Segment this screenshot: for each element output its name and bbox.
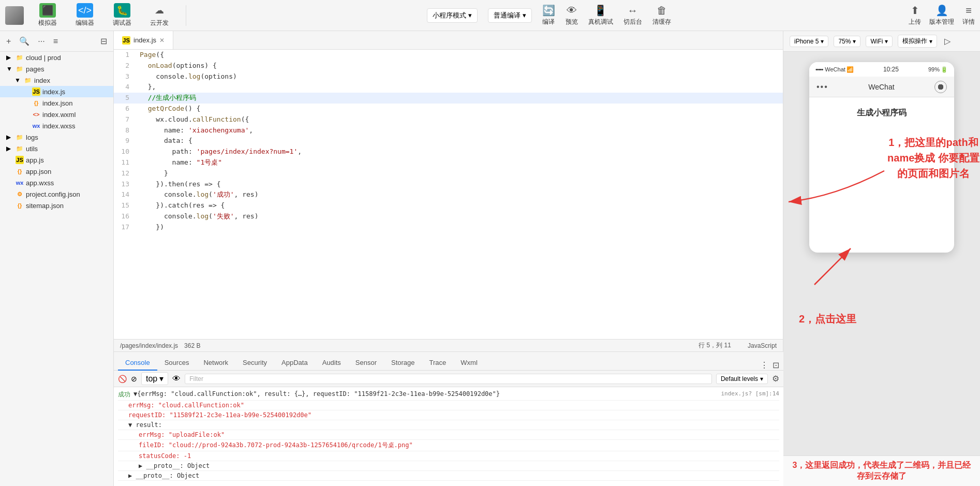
console-line-2: errMsg: "cloud.callFunction:ok"	[118, 401, 779, 410]
main-area: + 🔍 ··· ≡ ⊟ ▶ 📁 cloud | prod ▼ 📁 pages	[0, 31, 980, 486]
wifi-select[interactable]: WiFi ▾	[866, 36, 893, 47]
editor-label: 编辑器	[76, 19, 94, 27]
code-line-1: 1 Page({	[114, 50, 783, 61]
code-line-17: 17 })	[114, 222, 783, 233]
statusbar-size: 362 B	[184, 342, 200, 349]
code-line-12: 12 }	[114, 168, 783, 179]
sidebar-item-app-json[interactable]: {} app.json	[0, 166, 113, 177]
sidebar-item-index-wxss[interactable]: wx index.wxss	[0, 120, 113, 131]
devtools-tab-sources[interactable]: Sources	[157, 356, 197, 371]
console-settings-button[interactable]: ⚙	[772, 374, 779, 384]
editor-tab-index-js[interactable]: JS index.js ✕	[114, 31, 173, 49]
sidebar-item-app-wxss[interactable]: wx app.wxss	[0, 177, 113, 188]
console-line-5: errMsg: "uploadFile:ok"	[118, 430, 779, 440]
code-editor[interactable]: 1 Page({ 2 onLoad(options) { 3 console.l…	[114, 50, 783, 339]
console-clear-button[interactable]: 🚫	[118, 375, 127, 383]
devtools-tab-network[interactable]: Network	[196, 356, 235, 371]
editor-button[interactable]: </> 编辑器	[71, 1, 98, 30]
preview-button[interactable]: 👁 预览	[566, 5, 578, 26]
sidebar-item-utils[interactable]: ▶ 📁 utils	[0, 143, 113, 154]
zoom-select[interactable]: 75% ▾	[834, 36, 860, 47]
editor-statusbar: /pages/index/index.js 362 B 行 5，列 11 Jav…	[114, 339, 783, 351]
devtools-tab-console[interactable]: Console	[118, 356, 157, 371]
sidebar-item-sitemap[interactable]: {} sitemap.json	[0, 200, 113, 211]
filter-button[interactable]: ≡	[51, 36, 60, 47]
upload-button[interactable]: ⬆ 上传	[909, 4, 921, 26]
utils-folder-icon: 📁	[16, 144, 24, 153]
console-line-6: fileID: "cloud://prod-924a3b.7072-prod-9…	[118, 440, 779, 451]
context-selector[interactable]: top ▾	[141, 372, 168, 385]
cloud-button[interactable]: ☁ 云开发	[146, 1, 173, 30]
console-eye-button[interactable]: 👁	[172, 374, 181, 384]
editor-tabs: JS index.js ✕	[114, 31, 783, 50]
backend-button[interactable]: ↔ 切后台	[623, 5, 642, 26]
more-button[interactable]: ···	[36, 36, 47, 47]
devtools-tab-trace[interactable]: Trace	[422, 356, 454, 371]
user-avatar[interactable]	[5, 6, 24, 25]
realtest-btn-label: 真机调试	[588, 18, 613, 26]
index-folder-icon: 📁	[24, 76, 32, 84]
tab-close-button[interactable]: ✕	[159, 37, 165, 44]
filter-placeholder: Filter	[189, 375, 203, 382]
console-block-button[interactable]: ⊘	[131, 375, 137, 383]
sidebar-item-pages[interactable]: ▼ 📁 pages	[0, 63, 113, 75]
wifi-chevron: ▾	[885, 38, 888, 45]
phone-battery: 99% 🔋	[928, 66, 948, 73]
sidebar-item-index-json[interactable]: {} index.json	[0, 97, 113, 109]
devtools-more-button[interactable]: ⋮	[760, 360, 768, 370]
simulator-button[interactable]: ⬛ 模拟器	[34, 1, 61, 30]
sidebar-item-index-wxml[interactable]: <> index.wxml	[0, 109, 113, 120]
index-wxss-label: index.wxss	[42, 122, 76, 130]
devtools-tab-security[interactable]: Security	[235, 356, 274, 371]
levels-select[interactable]: Default levels ▾	[716, 374, 768, 384]
pages-folder-icon: 📁	[16, 65, 24, 73]
compile-button[interactable]: 🔄 编译	[542, 4, 555, 26]
debugger-button[interactable]: 🐛 调试器	[109, 1, 136, 30]
phone-nav-title: WeChat	[828, 83, 934, 91]
console-line-9-text: ▶ __proto__: Object	[128, 472, 199, 479]
app-js-icon: JS	[16, 156, 24, 164]
add-file-button[interactable]: +	[4, 36, 13, 47]
console-line-1-link[interactable]: index.js? [sm]:14	[721, 390, 779, 397]
sidebar-item-logs[interactable]: ▶ 📁 logs	[0, 131, 113, 143]
device-select[interactable]: iPhone 5 ▾	[790, 36, 828, 47]
detail-icon: ≡	[966, 5, 972, 17]
devtools-dock-button[interactable]: ⊡	[773, 360, 779, 370]
collapse-button[interactable]: ⊟	[98, 35, 109, 47]
devtools-tab-wxml[interactable]: Wxml	[453, 356, 485, 371]
mode-select[interactable]: 小程序模式 ▾	[427, 8, 478, 23]
devtools-tab-storage[interactable]: Storage	[384, 356, 422, 371]
console-filter-input[interactable]: Filter	[185, 374, 712, 384]
search-button[interactable]: 🔍	[17, 35, 32, 47]
phone-nav-record-btn[interactable]: ⏺	[934, 81, 947, 93]
sidebar: + 🔍 ··· ≡ ⊟ ▶ 📁 cloud | prod ▼ 📁 pages	[0, 31, 114, 486]
clearcache-button[interactable]: 🗑 清缓存	[652, 5, 671, 26]
phone-nav-dots[interactable]: •••	[816, 82, 828, 92]
compile-select[interactable]: 普通编译 ▾	[488, 8, 532, 23]
phone-wechat-label: WeChat	[825, 66, 845, 72]
devtools-tab-sensor[interactable]: Sensor	[348, 356, 384, 371]
code-line-4: 4 },	[114, 82, 783, 93]
cloud-folder-icon: 📁	[16, 53, 24, 62]
simops-select[interactable]: 模拟操作 ▾	[898, 35, 937, 48]
pages-expand-icon: ▼	[6, 65, 13, 72]
code-line-14: 14 console.log('成功', res)	[114, 189, 783, 200]
versionmgr-button[interactable]: 👤 版本管理	[929, 4, 954, 26]
devtools-tab-appdata[interactable]: AppData	[274, 356, 315, 371]
detail-button[interactable]: ≡ 详情	[962, 5, 975, 26]
backend-btn-label: 切后台	[623, 18, 642, 26]
sidebar-item-index-js[interactable]: JS index.js	[0, 86, 113, 97]
context-chevron: ▾	[159, 374, 164, 384]
sidebar-item-index-folder[interactable]: ▼ 📁 index	[0, 75, 113, 86]
sidebar-item-cloud-prod[interactable]: ▶ 📁 cloud | prod	[0, 52, 113, 63]
app-wxss-icon: wx	[16, 179, 24, 187]
sidebar-item-project-config[interactable]: ⚙ project.config.json	[0, 188, 113, 200]
code-line-5: 5 //生成小程序码	[114, 93, 783, 104]
debugger-label: 调试器	[113, 19, 131, 27]
sidebar-item-app-js[interactable]: JS app.js	[0, 154, 113, 166]
devtools-tab-audits[interactable]: Audits	[315, 356, 348, 371]
statusbar-pos: 行 5，列 11	[699, 341, 731, 350]
console-line-8: ▶ __proto__: Object	[118, 461, 779, 471]
preview-expand-button[interactable]: ▷	[944, 36, 951, 46]
realtest-button[interactable]: 📱 真机调试	[588, 4, 613, 26]
